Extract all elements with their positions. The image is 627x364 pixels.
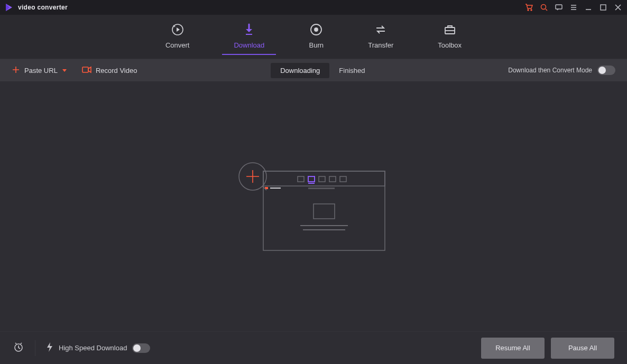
search-icon[interactable] bbox=[539, 3, 549, 12]
svg-rect-15 bbox=[263, 171, 385, 250]
schedule-icon[interactable] bbox=[13, 341, 24, 355]
svg-rect-27 bbox=[300, 225, 348, 226]
svg-point-11 bbox=[315, 28, 318, 31]
svg-rect-21 bbox=[329, 176, 336, 182]
resume-all-button[interactable]: Resume All bbox=[481, 338, 545, 359]
convert-mode-label: Download then Convert Mode bbox=[508, 67, 592, 74]
nav-label: Convert bbox=[165, 41, 190, 49]
svg-rect-16 bbox=[263, 171, 385, 186]
svg-rect-14 bbox=[82, 67, 88, 72]
empty-state-illustration bbox=[234, 156, 393, 257]
download-state-tabs: Downloading Finished bbox=[271, 63, 374, 78]
pause-all-button[interactable]: Pause All bbox=[551, 338, 614, 359]
plus-icon bbox=[12, 66, 20, 76]
footer: High Speed Download Resume All Pause All bbox=[0, 331, 627, 364]
tab-downloading[interactable]: Downloading bbox=[271, 63, 329, 78]
svg-rect-6 bbox=[601, 5, 606, 10]
title-bar: video converter bbox=[0, 0, 627, 15]
svg-point-2 bbox=[528, 10, 529, 11]
main-area bbox=[0, 81, 627, 331]
tab-finished[interactable]: Finished bbox=[329, 63, 374, 78]
nav-label: Toolbox bbox=[438, 41, 462, 49]
high-speed-label: High Speed Download bbox=[59, 344, 127, 352]
divider bbox=[35, 340, 35, 356]
svg-rect-24 bbox=[270, 188, 281, 189]
toolbar-right: Download then Convert Mode bbox=[508, 66, 615, 75]
nav-download[interactable]: Download bbox=[227, 19, 271, 54]
transfer-icon bbox=[373, 22, 388, 37]
svg-rect-20 bbox=[319, 176, 325, 182]
minimize-icon[interactable] bbox=[584, 3, 593, 12]
app-title: video converter bbox=[18, 4, 68, 11]
convert-mode-toggle[interactable] bbox=[597, 66, 615, 75]
nav-convert[interactable]: Convert bbox=[159, 19, 196, 54]
svg-rect-28 bbox=[303, 229, 345, 230]
close-icon[interactable] bbox=[613, 3, 623, 12]
svg-rect-18 bbox=[308, 176, 315, 182]
nav-label: Transfer bbox=[368, 41, 393, 49]
svg-rect-9 bbox=[246, 34, 252, 35]
svg-rect-5 bbox=[556, 5, 562, 9]
maximize-icon[interactable] bbox=[598, 3, 608, 12]
svg-point-3 bbox=[531, 10, 532, 11]
high-speed-toggle[interactable] bbox=[132, 343, 150, 353]
paste-url-label: Paste URL bbox=[24, 67, 58, 74]
app-logo-icon bbox=[4, 3, 14, 12]
cart-icon[interactable] bbox=[524, 3, 534, 12]
toolbox-icon bbox=[442, 22, 457, 37]
title-bar-left: video converter bbox=[4, 3, 68, 12]
nav-label: Download bbox=[234, 41, 264, 49]
chevron-down-icon bbox=[62, 67, 67, 74]
nav-toolbox[interactable]: Toolbox bbox=[431, 19, 468, 54]
svg-point-4 bbox=[541, 5, 546, 10]
svg-marker-13 bbox=[62, 69, 67, 72]
footer-right: Resume All Pause All bbox=[481, 338, 614, 359]
camera-icon bbox=[82, 66, 91, 75]
svg-marker-31 bbox=[47, 342, 52, 352]
svg-rect-19 bbox=[308, 183, 315, 184]
svg-rect-22 bbox=[340, 176, 346, 182]
message-icon[interactable] bbox=[554, 3, 564, 12]
convert-icon bbox=[170, 22, 185, 37]
burn-icon bbox=[309, 22, 324, 37]
toolbar-center-tabs: Downloading Finished bbox=[271, 63, 374, 78]
top-nav: Convert Download Burn Transfer bbox=[0, 15, 627, 59]
toolbar: Paste URL Record Video Downloading Finis… bbox=[0, 59, 627, 81]
svg-marker-8 bbox=[177, 27, 180, 32]
record-video-label: Record Video bbox=[96, 67, 137, 74]
footer-left: High Speed Download bbox=[13, 340, 150, 356]
nav-label: Burn bbox=[309, 41, 324, 49]
svg-rect-26 bbox=[314, 204, 335, 219]
high-speed-group: High Speed Download bbox=[46, 342, 150, 354]
record-video-button[interactable]: Record Video bbox=[82, 66, 137, 75]
nav-burn[interactable]: Burn bbox=[302, 19, 330, 54]
svg-rect-17 bbox=[298, 176, 304, 182]
paste-url-button[interactable]: Paste URL bbox=[12, 66, 67, 76]
download-icon bbox=[242, 22, 256, 37]
nav-transfer[interactable]: Transfer bbox=[362, 19, 400, 54]
toolbar-left: Paste URL Record Video bbox=[12, 66, 137, 76]
bolt-icon bbox=[46, 342, 53, 354]
menu-icon[interactable] bbox=[569, 3, 578, 12]
svg-rect-25 bbox=[308, 188, 335, 189]
title-bar-right bbox=[524, 3, 623, 12]
